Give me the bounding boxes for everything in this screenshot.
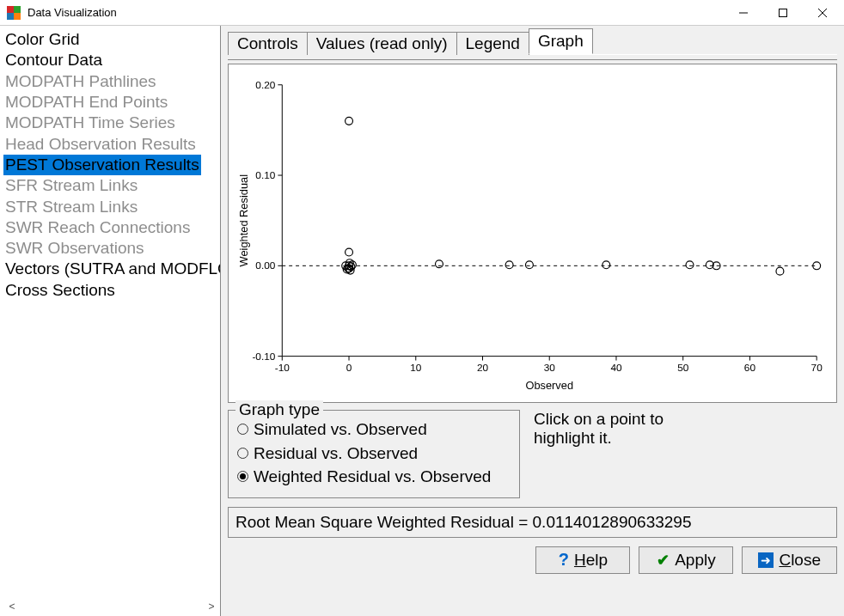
radio-label: Simulated vs. Observed xyxy=(254,418,427,442)
tab[interactable]: Legend xyxy=(456,32,529,55)
app-icon xyxy=(7,6,21,20)
radio-icon xyxy=(237,424,248,435)
scatter-plot[interactable]: -10010203040506070-0.100.000.100.20Obser… xyxy=(235,71,829,395)
scroll-left-icon[interactable]: < xyxy=(5,601,19,613)
svg-text:20: 20 xyxy=(477,362,489,374)
svg-text:30: 30 xyxy=(544,362,556,374)
window-title: Data Visualization xyxy=(28,6,724,19)
svg-text:70: 70 xyxy=(811,362,823,374)
arrow-right-icon: ➜ xyxy=(758,552,774,568)
svg-text:60: 60 xyxy=(744,362,756,374)
sidebar: Color GridContour DataMODPATH PathlinesM… xyxy=(0,26,221,616)
apply-button[interactable]: ✔ Apply xyxy=(639,546,733,574)
svg-rect-0 xyxy=(7,6,14,13)
close-button[interactable]: ➜ Close xyxy=(742,546,837,574)
svg-text:0.00: 0.00 xyxy=(255,259,275,271)
svg-rect-5 xyxy=(780,9,787,16)
sidebar-hscrollbar[interactable]: < > xyxy=(3,599,220,616)
svg-rect-2 xyxy=(7,13,14,20)
svg-rect-8 xyxy=(282,85,816,357)
svg-rect-1 xyxy=(14,6,21,13)
sidebar-item[interactable]: Vectors (SUTRA and MODFLOW 6) xyxy=(3,259,220,279)
svg-text:10: 10 xyxy=(410,362,422,374)
tab[interactable]: Graph xyxy=(529,28,593,54)
sidebar-item: SFR Stream Links xyxy=(3,175,220,196)
hint-line1: Click on a point to xyxy=(534,410,664,429)
svg-text:0.10: 0.10 xyxy=(255,169,275,181)
radio-icon xyxy=(237,471,248,482)
hint-text: Click on a point to highlight it. xyxy=(530,410,667,498)
status-bar: Root Mean Square Weighted Residual = 0.0… xyxy=(228,507,837,538)
sidebar-item: MODPATH Time Series xyxy=(3,113,220,133)
titlebar: Data Visualization xyxy=(0,0,844,26)
sidebar-item[interactable]: Contour Data xyxy=(3,50,220,70)
check-icon: ✔ xyxy=(657,551,670,570)
help-icon: ? xyxy=(559,550,569,570)
svg-text:-0.10: -0.10 xyxy=(252,351,275,363)
sidebar-item[interactable]: Color Grid xyxy=(3,29,220,50)
radio-label: Residual vs. Observed xyxy=(254,442,418,466)
svg-text:0: 0 xyxy=(346,362,352,374)
radio-option[interactable]: Residual vs. Observed xyxy=(237,442,511,466)
sidebar-item[interactable]: PEST Observation Results xyxy=(3,155,201,175)
radio-option[interactable]: Simulated vs. Observed xyxy=(237,418,511,442)
svg-text:50: 50 xyxy=(677,362,689,374)
close-window-button[interactable] xyxy=(803,0,842,26)
sidebar-item: MODPATH Pathlines xyxy=(3,71,220,92)
scroll-right-icon[interactable]: > xyxy=(205,601,218,613)
radio-option[interactable]: Weighted Residual vs. Observed xyxy=(237,465,511,489)
hint-line2: highlight it. xyxy=(534,429,664,448)
svg-text:0.20: 0.20 xyxy=(255,79,275,91)
status-text: Root Mean Square Weighted Residual = 0.0… xyxy=(235,513,691,531)
graph-type-legend: Graph type xyxy=(235,400,323,419)
sidebar-item: STR Stream Links xyxy=(3,197,220,217)
svg-text:40: 40 xyxy=(610,362,622,374)
svg-text:-10: -10 xyxy=(275,362,291,374)
sidebar-item[interactable]: Cross Sections xyxy=(3,280,220,301)
svg-text:Observed: Observed xyxy=(525,379,573,392)
graph-type-group: Graph type Simulated vs. ObservedResidua… xyxy=(228,410,520,498)
sidebar-item: SWR Reach Connections xyxy=(3,217,220,238)
tab[interactable]: Controls xyxy=(228,32,308,55)
sidebar-list[interactable]: Color GridContour DataMODPATH PathlinesM… xyxy=(3,29,220,599)
minimize-button[interactable] xyxy=(724,0,763,26)
graph-panel[interactable]: -10010203040506070-0.100.000.100.20Obser… xyxy=(228,64,837,403)
radio-label: Weighted Residual vs. Observed xyxy=(254,465,491,489)
tab-bar: ControlsValues (read only)LegendGraph xyxy=(228,31,837,55)
button-bar: ? Help ✔ Apply ➜ Close xyxy=(228,546,837,574)
tab[interactable]: Values (read only) xyxy=(307,32,457,55)
radio-icon xyxy=(237,448,248,459)
svg-rect-3 xyxy=(14,13,21,20)
sidebar-item: MODPATH End Points xyxy=(3,92,220,113)
svg-text:Weighted Residual: Weighted Residual xyxy=(237,174,250,266)
sidebar-item: Head Observation Results xyxy=(3,134,220,155)
sidebar-item: SWR Observations xyxy=(3,238,220,259)
help-button[interactable]: ? Help xyxy=(535,546,630,574)
maximize-button[interactable] xyxy=(763,0,803,26)
